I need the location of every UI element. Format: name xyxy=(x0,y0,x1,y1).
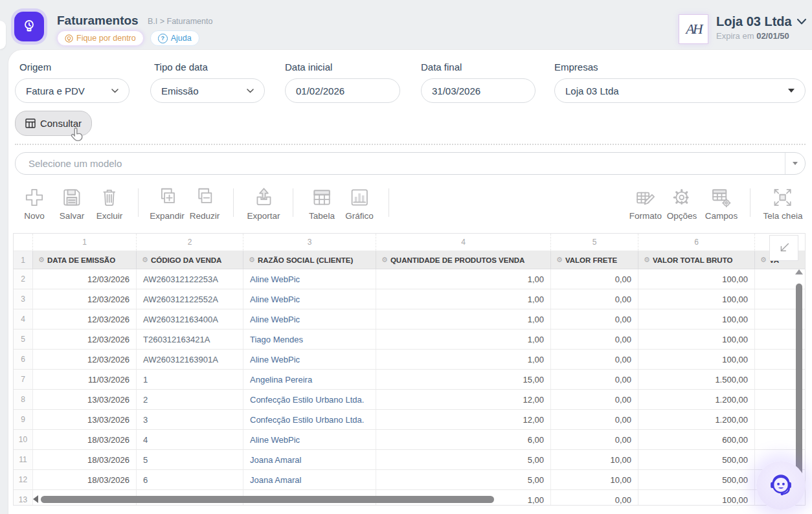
column-number[interactable]: 5 xyxy=(551,234,638,251)
cell-quantidade[interactable]: 12,00 xyxy=(376,410,551,429)
column-number[interactable]: 6 xyxy=(638,234,755,251)
expandir-button[interactable]: Expandir xyxy=(150,186,184,221)
model-select[interactable]: Selecione um modelo xyxy=(15,152,806,175)
column-header[interactable]: ⚙DATA DE EMISSÃO xyxy=(33,251,137,269)
cell-quantidade[interactable]: 5,00 xyxy=(376,470,551,489)
cell-quantidade[interactable]: 15,00 xyxy=(376,370,551,389)
column-header[interactable]: ⚙QUANTIDADE DE PRODUTOS VENDA xyxy=(376,251,551,269)
cell-data-de-emissao[interactable]: 18/03/2026 xyxy=(33,450,137,469)
gear-icon[interactable]: ⚙ xyxy=(556,256,563,264)
cell-valor-total-bruto[interactable]: 500,00 xyxy=(638,470,755,489)
vertical-scrollbar-thumb[interactable] xyxy=(796,284,802,475)
account-menu[interactable]: Loja 03 Ltda xyxy=(716,14,806,29)
cell-data-de-emissao[interactable]: 13/03/2026 xyxy=(33,390,137,409)
cell-valor-frete[interactable]: 0,00 xyxy=(551,350,638,369)
model-select-dropdown-button[interactable] xyxy=(785,153,805,174)
cell-razao-social[interactable]: Aline WebPic xyxy=(243,309,376,329)
cell-razao-social[interactable]: Confecção Estilo Urbano Ltda. xyxy=(243,390,376,409)
formato-button[interactable]: Formato xyxy=(629,186,662,221)
cell-data-de-emissao[interactable]: 18/03/2026 xyxy=(33,470,137,489)
origem-select[interactable]: Fatura e PDV xyxy=(15,78,130,103)
cell-razao-social[interactable]: Angelina Pereira xyxy=(243,370,376,389)
cell-valor-frete[interactable]: 0,00 xyxy=(551,390,638,409)
cell-valor-frete[interactable]: 0,00 xyxy=(551,430,638,449)
cell-razao-social[interactable]: Tiago Mendes xyxy=(243,330,376,349)
cell-codigo-da-venda[interactable]: 6 xyxy=(137,470,243,489)
cell-valor-total-bruto[interactable]: 100,00 xyxy=(638,350,755,369)
column-number[interactable]: 1 xyxy=(33,234,137,251)
cell-data-de-emissao[interactable]: 13/03/2026 xyxy=(33,410,137,429)
app-logo[interactable] xyxy=(14,12,44,41)
cell-valor-total-bruto[interactable]: 1.200,00 xyxy=(638,410,755,429)
gear-icon[interactable]: ⚙ xyxy=(249,256,255,264)
cell-valor-frete[interactable]: 0,00 xyxy=(551,330,638,349)
scroll-up-arrow[interactable] xyxy=(795,269,803,274)
gear-icon[interactable]: ⚙ xyxy=(38,256,45,264)
cell-quantidade[interactable]: 1,00 xyxy=(376,330,551,349)
cell-valor-frete[interactable]: 0,00 xyxy=(551,410,638,429)
cell-valor-frete[interactable]: 0,00 xyxy=(551,269,638,289)
vertical-scrollbar[interactable] xyxy=(795,269,804,497)
data-inicial-input[interactable]: 01/02/2026 xyxy=(285,78,400,103)
cell-data-de-emissao[interactable]: 11/03/2026 xyxy=(33,370,137,389)
column-header[interactable]: ⚙VALOR FRETE xyxy=(551,251,638,269)
cell-valor-total-bruto[interactable]: 100,00 xyxy=(638,289,755,309)
cell-data-de-emissao[interactable]: 12/03/2026 xyxy=(33,309,137,329)
cell-quantidade[interactable]: 5,00 xyxy=(376,450,551,469)
cell-quantidade[interactable]: 6,00 xyxy=(376,430,551,449)
exportar-button[interactable]: Exportar xyxy=(247,186,280,221)
cell-valor-total-bruto[interactable]: 500,00 xyxy=(638,450,755,469)
empresas-select[interactable]: Loja 03 Ltda xyxy=(554,78,806,103)
cell-codigo-da-venda[interactable]: AW260312122253A xyxy=(137,269,243,289)
cell-data-de-emissao[interactable]: 12/03/2026 xyxy=(33,269,137,289)
support-chat-button[interactable] xyxy=(756,461,806,510)
cell-data-de-emissao[interactable]: 18/03/2026 xyxy=(33,430,137,449)
cell-quantidade[interactable]: 1,00 xyxy=(376,269,551,289)
column-header[interactable]: ⚙CÓDIGO DA VENDA xyxy=(137,251,243,269)
column-number[interactable]: 4 xyxy=(376,234,551,251)
cell-valor-total-bruto[interactable]: 100,00 xyxy=(638,269,755,289)
cell-razao-social[interactable]: Aline WebPic xyxy=(243,289,376,309)
cell-codigo-da-venda[interactable]: 4 xyxy=(137,430,243,449)
grafico-button[interactable]: Gráfico xyxy=(345,186,374,221)
collapse-grid-button[interactable] xyxy=(769,235,798,261)
ajuda-link[interactable]: ? Ajuda xyxy=(150,30,199,46)
gear-icon[interactable]: ⚙ xyxy=(381,256,388,264)
cell-razao-social[interactable]: Aline WebPic xyxy=(243,350,376,369)
cell-razao-social[interactable]: Confecção Estilo Urbano Ltda. xyxy=(243,410,376,429)
tabela-button[interactable]: Tabela xyxy=(309,186,335,221)
cell-codigo-da-venda[interactable]: AW260312122552A xyxy=(137,289,243,309)
excluir-button[interactable]: Excluir xyxy=(96,186,123,221)
cell-valor-total-bruto[interactable]: 1.500,00 xyxy=(638,370,755,389)
campos-button[interactable]: Campos xyxy=(705,186,738,221)
cell-codigo-da-venda[interactable]: T260312163421A xyxy=(137,330,243,349)
cell-valor-frete[interactable]: 0,00 xyxy=(551,309,638,329)
cell-quantidade[interactable]: 12,00 xyxy=(376,390,551,409)
novo-button[interactable]: Novo xyxy=(23,186,46,221)
cell-razao-social[interactable]: Aline WebPic xyxy=(243,269,376,289)
column-number[interactable]: 3 xyxy=(243,234,376,251)
cell-codigo-da-venda[interactable]: 2 xyxy=(137,390,243,409)
horizontal-scrollbar-thumb[interactable] xyxy=(41,496,494,503)
sidebar-handle[interactable] xyxy=(0,21,6,49)
horizontal-scrollbar[interactable] xyxy=(33,495,796,503)
reduzir-button[interactable]: Reduzir xyxy=(190,186,220,221)
cell-valor-frete[interactable]: 0,00 xyxy=(551,289,638,309)
scroll-left-arrow[interactable] xyxy=(33,495,38,503)
gear-icon[interactable]: ⚙ xyxy=(760,256,767,264)
gear-icon[interactable]: ⚙ xyxy=(142,256,148,264)
fique-por-dentro-badge[interactable]: Fique por dentro xyxy=(57,30,144,46)
column-header[interactable]: ⚙VALOR TOTAL BRUTO xyxy=(638,251,755,269)
cell-valor-frete[interactable]: 10,00 xyxy=(551,470,638,489)
cell-razao-social[interactable]: Joana Amaral xyxy=(243,470,376,489)
cell-valor-total-bruto[interactable]: 100,00 xyxy=(638,330,755,349)
column-header[interactable]: ⚙RAZÃO SOCIAL (CLIENTE) xyxy=(243,251,376,269)
cell-codigo-da-venda[interactable]: 3 xyxy=(137,410,243,429)
cell-codigo-da-venda[interactable]: 5 xyxy=(137,450,243,469)
cell-codigo-da-venda[interactable]: AW260312163901A xyxy=(137,350,243,369)
cell-quantidade[interactable]: 1,00 xyxy=(376,309,551,329)
salvar-button[interactable]: Salvar xyxy=(60,186,84,221)
cell-data-de-emissao[interactable]: 12/03/2026 xyxy=(33,289,137,309)
opcoes-button[interactable]: Opções xyxy=(667,186,697,221)
gear-icon[interactable]: ⚙ xyxy=(644,256,650,264)
